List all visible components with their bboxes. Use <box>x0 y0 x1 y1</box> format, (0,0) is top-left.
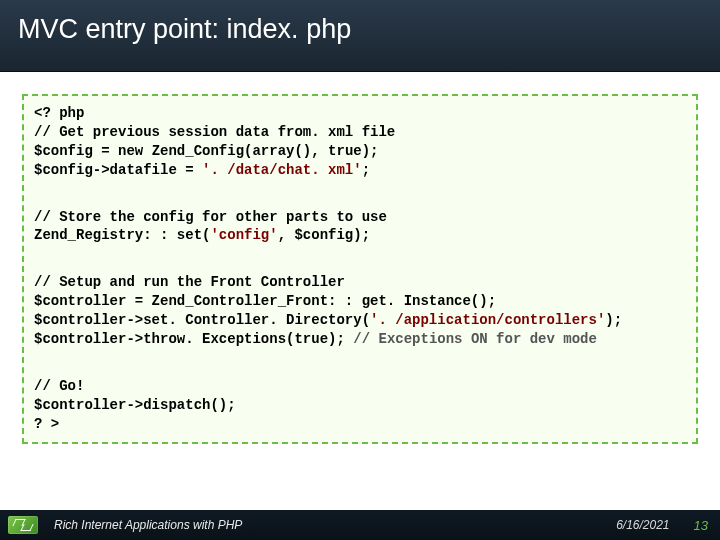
code-line: $config = new Zend_Config(array(), true)… <box>34 142 686 161</box>
slide-footer: Rich Internet Applications with PHP 6/16… <box>0 510 720 540</box>
zend-logo <box>8 516 38 534</box>
code-line: $controller->dispatch(); <box>34 396 686 415</box>
code-line: <? php <box>34 104 686 123</box>
code-line: ? > <box>34 415 686 434</box>
code-line: Zend_Registry: : set('config', $config); <box>34 226 686 245</box>
code-line: // Go! <box>34 377 686 396</box>
code-line: // Setup and run the Front Controller <box>34 273 686 292</box>
code-line: $controller->set. Controller. Directory(… <box>34 311 686 330</box>
slide-content: <? php // Get previous session data from… <box>0 72 720 444</box>
slide-header: MVC entry point: index. php <box>0 0 720 72</box>
footer-date: 6/16/2021 <box>616 518 669 532</box>
code-line: $config->datafile = '. /data/chat. xml'; <box>34 161 686 180</box>
code-line: $controller = Zend_Controller_Front: : g… <box>34 292 686 311</box>
code-line: // Get previous session data from. xml f… <box>34 123 686 142</box>
zend-logo-icon <box>8 516 38 534</box>
slide-title: MVC entry point: index. php <box>18 14 702 45</box>
code-line: // Store the config for other parts to u… <box>34 208 686 227</box>
footer-page-number: 13 <box>694 518 708 533</box>
code-line: $controller->throw. Exceptions(true); //… <box>34 330 686 349</box>
footer-title: Rich Internet Applications with PHP <box>54 518 616 532</box>
code-block: <? php // Get previous session data from… <box>22 94 698 444</box>
